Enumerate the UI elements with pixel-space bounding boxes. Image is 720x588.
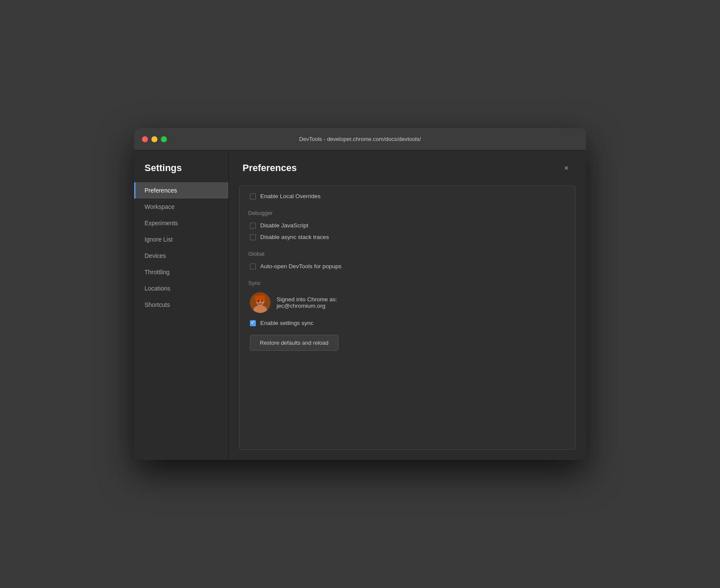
global-section-title: Global — [248, 251, 566, 257]
global-section: Global Auto-open DevTools for popups — [248, 251, 566, 270]
debugger-section: Debugger Disable JavaScript Disable asyn… — [248, 210, 566, 240]
enable-settings-sync-checkbox[interactable] — [250, 320, 256, 326]
sync-signed-in-label: Signed into Chrome as: — [277, 296, 337, 303]
sidebar-item-devices[interactable]: Devices — [134, 248, 228, 264]
enable-local-overrides-label[interactable]: Enable Local Overrides — [260, 193, 320, 199]
disable-async-stack-traces-label[interactable]: Disable async stack traces — [260, 234, 329, 240]
enable-local-overrides-row: Enable Local Overrides — [248, 193, 566, 199]
panel-inner: Enable Local Overrides Debugger Disable … — [239, 186, 575, 450]
sync-profile: Signed into Chrome as: jec@chromium.org — [248, 292, 566, 313]
svg-point-6 — [258, 300, 259, 302]
sidebar-item-workspace[interactable]: Workspace — [134, 199, 228, 215]
disable-javascript-checkbox[interactable] — [250, 223, 256, 229]
main-content: Preferences × Enable Local Overrides — [229, 150, 586, 460]
auto-open-devtools-label[interactable]: Auto-open DevTools for popups — [260, 263, 342, 270]
disable-async-stack-traces-checkbox[interactable] — [250, 234, 256, 240]
main-header: Preferences × — [229, 150, 586, 181]
disable-javascript-row: Disable JavaScript — [248, 222, 566, 229]
sidebar-item-experiments[interactable]: Experiments — [134, 215, 228, 231]
settings-title: Settings — [134, 150, 228, 182]
minimize-window-button[interactable] — [151, 136, 157, 142]
sources-section: Enable Local Overrides — [248, 193, 566, 199]
avatar — [250, 292, 271, 313]
svg-point-7 — [261, 300, 263, 302]
disable-javascript-label[interactable]: Disable JavaScript — [260, 222, 308, 229]
close-window-button[interactable] — [142, 136, 148, 142]
panel-wrapper: Enable Local Overrides Debugger Disable … — [229, 181, 586, 460]
settings-dialog: Settings Preferences Workspace Experimen… — [134, 150, 586, 460]
enable-settings-sync-label[interactable]: Enable settings sync — [260, 320, 314, 326]
restore-defaults-button[interactable]: Restore defaults and reload — [250, 335, 338, 351]
svg-point-5 — [257, 295, 263, 300]
debugger-section-title: Debugger — [248, 210, 566, 216]
disable-async-stack-traces-row: Disable async stack traces — [248, 234, 566, 240]
sync-info: Signed into Chrome as: jec@chromium.org — [277, 296, 337, 309]
sync-section: Sync — [248, 280, 566, 351]
page-title: Preferences — [243, 162, 297, 174]
sync-email: jec@chromium.org — [277, 303, 337, 309]
sidebar-item-locations[interactable]: Locations — [134, 280, 228, 297]
sidebar-item-ignore-list[interactable]: Ignore List — [134, 231, 228, 248]
panel-scroll[interactable]: Enable Local Overrides Debugger Disable … — [240, 186, 575, 449]
close-settings-button[interactable]: × — [560, 162, 572, 174]
sidebar-item-throttling[interactable]: Throttling — [134, 264, 228, 280]
sidebar-item-shortcuts[interactable]: Shortcuts — [134, 297, 228, 313]
sidebar-item-preferences[interactable]: Preferences — [134, 182, 228, 199]
auto-open-devtools-checkbox[interactable] — [250, 263, 256, 270]
sync-section-title: Sync — [248, 280, 566, 286]
sidebar-nav: Preferences Workspace Experiments Ignore… — [134, 182, 228, 313]
url-bar: DevTools - developer.chrome.com/docs/dev… — [299, 136, 421, 142]
auto-open-devtools-row: Auto-open DevTools for popups — [248, 263, 566, 270]
sidebar: Settings Preferences Workspace Experimen… — [134, 150, 229, 460]
maximize-window-button[interactable] — [161, 136, 167, 142]
enable-local-overrides-checkbox[interactable] — [250, 193, 256, 199]
browser-window: DevTools - developer.chrome.com/docs/dev… — [134, 128, 586, 460]
enable-settings-sync-row: Enable settings sync — [248, 320, 566, 326]
traffic-lights — [142, 136, 167, 142]
title-bar: DevTools - developer.chrome.com/docs/dev… — [134, 128, 586, 150]
